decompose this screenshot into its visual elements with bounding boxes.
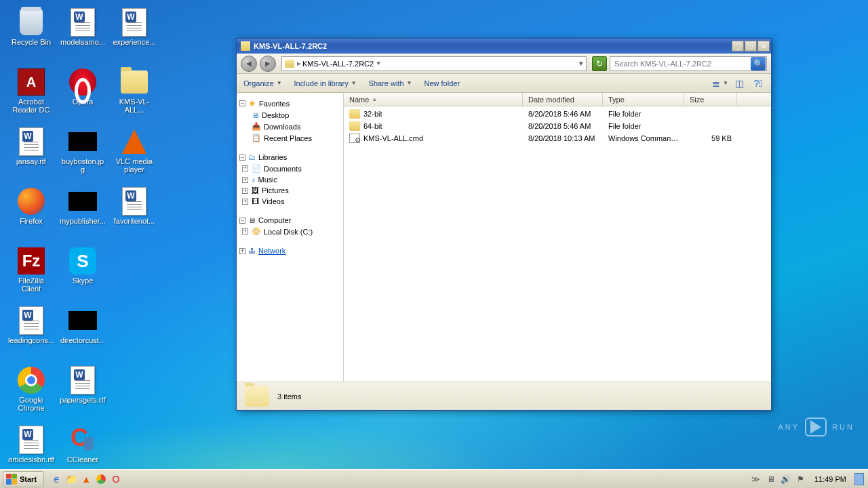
file-row[interactable]: 64-bit8/20/2018 5:46 AMFile folder: [344, 120, 771, 132]
computer-header[interactable]: −🖥Computer: [239, 215, 340, 226]
system-tray: ≫ 🖥 🔊 ⚑ 11:49 PM: [751, 473, 868, 485]
include-library-menu[interactable]: Include in library▼: [294, 79, 357, 87]
close-button[interactable]: ✕: [757, 41, 770, 52]
status-text: 3 items: [277, 392, 301, 401]
desktop-icon-acrobat-reader-dc[interactable]: AAcrobat Reader DC: [7, 64, 56, 118]
desktop-icon-skype[interactable]: SSkype: [58, 243, 107, 297]
help-icon[interactable]: ?⃝: [752, 77, 764, 89]
folder-icon: [349, 109, 360, 119]
navigation-pane: −★Favorites 🖥Desktop 📥Downloads 📋Recent …: [237, 93, 344, 382]
star-icon: ★: [248, 98, 256, 108]
file-list-pane: Name▲ Date modified Type Size 32-bit8/20…: [344, 93, 771, 382]
minimize-button[interactable]: _: [732, 41, 744, 52]
file-row[interactable]: KMS-VL-ALL.cmd8/20/2018 10:13 AMWindows …: [344, 132, 771, 144]
search-box[interactable]: 🔍: [610, 56, 767, 71]
tray-volume-icon[interactable]: 🔊: [781, 474, 791, 485]
network-header[interactable]: +🖧Network: [239, 245, 340, 256]
window-title: KMS-VL-ALL-7.2RC2: [254, 42, 731, 50]
details-pane: 3 items: [237, 382, 771, 410]
desktop[interactable]: Recycle BinAAcrobat Reader DCjansay.rtfF…: [0, 0, 868, 469]
preview-pane-icon[interactable]: ◫: [733, 77, 745, 89]
desktop-icon-jansay-rtf[interactable]: jansay.rtf: [7, 123, 56, 178]
tray-chevron-icon[interactable]: ≫: [751, 474, 762, 485]
refresh-button[interactable]: ↻: [592, 56, 607, 71]
search-input[interactable]: [610, 60, 751, 68]
search-icon[interactable]: 🔍: [751, 57, 766, 70]
file-row[interactable]: 32-bit8/20/2018 5:46 AMFile folder: [344, 108, 771, 120]
desktop-icon-buyboston-jpg[interactable]: buyboston.jpg: [58, 123, 107, 178]
column-name[interactable]: Name▲: [344, 93, 523, 106]
share-with-menu[interactable]: Share with▼: [369, 79, 412, 87]
file-list[interactable]: 32-bit8/20/2018 5:46 AMFile folder64-bit…: [344, 106, 771, 382]
favorites-header[interactable]: −★Favorites: [239, 97, 340, 110]
address-bar[interactable]: ▸ KMS-VL-ALL-7.2RC2 ▼ ▾: [281, 56, 587, 71]
command-bar: Organize▼ Include in library▼ Share with…: [237, 74, 771, 93]
vlc-icon[interactable]: ▲: [79, 472, 93, 486]
column-headers: Name▲ Date modified Type Size: [344, 93, 771, 106]
taskbar: Start e 📁 ▲ O ≫ 🖥 🔊 ⚑ 11:49 PM: [0, 469, 868, 488]
quick-launch: e 📁 ▲ O: [50, 472, 123, 486]
opera-icon[interactable]: O: [109, 472, 123, 486]
desktop-icon-ccleaner[interactable]: CCleaner: [58, 422, 107, 476]
desktop-icon-papersgets-rtf[interactable]: papersgets.rtf: [58, 362, 107, 416]
sidebar-desktop[interactable]: 🖥Desktop: [239, 110, 340, 121]
desktop-icon-favoritenot-[interactable]: favoritenot...: [110, 183, 159, 237]
column-type[interactable]: Type: [603, 93, 684, 106]
taskbar-clock[interactable]: 11:49 PM: [810, 475, 850, 483]
desktop-icon-opera[interactable]: Opera: [58, 64, 107, 118]
folder-icon: [285, 60, 294, 68]
desktop-icon-mypublisher-[interactable]: mypublisher...: [58, 183, 107, 237]
sidebar-downloads[interactable]: 📥Downloads: [239, 121, 340, 132]
nav-bar: ◄ ► ▸ KMS-VL-ALL-7.2RC2 ▼ ▾ ↻ 🔍: [237, 54, 771, 74]
breadcrumb[interactable]: KMS-VL-ALL-7.2RC2: [302, 60, 374, 68]
watermark-brand: ANY: [778, 423, 800, 431]
sidebar-recent-places[interactable]: 📋Recent Places: [239, 132, 340, 144]
folder-icon: [349, 121, 360, 131]
forward-button[interactable]: ►: [260, 56, 276, 72]
desktop-icon-articlesisbn-rtf[interactable]: articlesisbn.rtf: [7, 422, 56, 476]
desktop-icon-leadingcons-[interactable]: leadingcons...: [7, 302, 56, 357]
desktop-icon-experience-[interactable]: experience...: [110, 4, 159, 58]
tray-flag-icon[interactable]: ⚑: [795, 474, 806, 485]
address-dropdown-icon[interactable]: ▾: [579, 59, 583, 68]
sidebar-music[interactable]: +♪Music: [239, 174, 340, 185]
tray-network-icon[interactable]: 🖥: [766, 474, 776, 485]
folder-icon: [245, 386, 269, 407]
column-modified[interactable]: Date modified: [523, 93, 603, 106]
sidebar-documents[interactable]: +📄Documents: [239, 163, 340, 174]
explorer-icon[interactable]: 📁: [64, 472, 78, 486]
libraries-header[interactable]: −🗂Libraries: [239, 152, 340, 163]
folder-icon: [241, 41, 250, 51]
desktop-icon-firefox[interactable]: Firefox: [7, 183, 56, 237]
cmd-icon: [349, 134, 360, 143]
maximize-button[interactable]: □: [745, 41, 757, 52]
desktop-icon-kms-vl-all-[interactable]: KMS-VL-ALL...: [110, 64, 159, 118]
desktop-icons-grid: Recycle BinAAcrobat Reader DCjansay.rtfF…: [0, 0, 203, 447]
chrome-icon[interactable]: [94, 472, 108, 486]
play-icon: [805, 418, 827, 436]
libraries-icon: 🗂: [248, 153, 256, 161]
title-bar[interactable]: KMS-VL-ALL-7.2RC2 _ □ ✕: [237, 39, 771, 54]
watermark: ANY RUN: [778, 418, 854, 436]
desktop-icon-modelsamo-[interactable]: modelsamo...: [58, 4, 107, 58]
desktop-icon-google-chrome[interactable]: Google Chrome: [7, 362, 56, 416]
watermark-suffix: RUN: [832, 423, 854, 431]
ie-icon[interactable]: e: [50, 472, 63, 486]
desktop-icon-directorcust-[interactable]: directorcust...: [58, 302, 107, 357]
column-size[interactable]: Size: [684, 93, 737, 106]
explorer-window: KMS-VL-ALL-7.2RC2 _ □ ✕ ◄ ► ▸ KMS-VL-ALL…: [236, 38, 772, 411]
computer-icon: 🖥: [248, 216, 256, 224]
desktop-icon-vlc-media-player[interactable]: VLC media player: [110, 123, 159, 178]
back-button[interactable]: ◄: [241, 56, 257, 72]
sidebar-local-disk[interactable]: +📀Local Disk (C:): [239, 226, 340, 237]
network-icon: 🖧: [248, 247, 256, 255]
desktop-icon-recycle-bin[interactable]: Recycle Bin: [7, 4, 56, 58]
sidebar-videos[interactable]: +🎞Videos: [239, 196, 340, 207]
desktop-icon-filezilla-client[interactable]: FzFileZilla Client: [7, 243, 56, 297]
show-desktop-button[interactable]: [854, 473, 864, 485]
start-button[interactable]: Start: [3, 471, 44, 487]
new-folder-button[interactable]: New folder: [424, 79, 460, 87]
view-options-icon[interactable]: ≣ ▼: [714, 77, 726, 89]
sidebar-pictures[interactable]: +🖼Pictures: [239, 185, 340, 196]
organize-menu[interactable]: Organize▼: [243, 79, 282, 87]
